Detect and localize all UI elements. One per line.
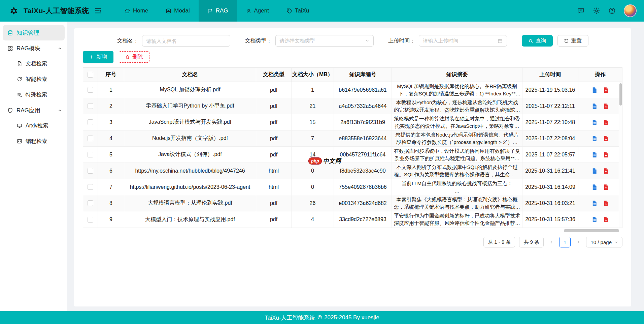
table-row[interactable]: 6 https://my.oschina.net/hubbledb/blog/4… — [83, 163, 622, 179]
row-checkbox[interactable] — [88, 152, 93, 157]
sidebar-item-doc-search[interactable]: 文档检索 — [0, 56, 67, 71]
sidebar-item-code-search[interactable]: 编程检索 — [0, 134, 67, 149]
table-actions: 新增 删除 — [83, 51, 622, 63]
table-row[interactable]: 1 MySQL 加锁处理分析.pdf pdf 1 b61479e056981a6… — [83, 82, 622, 98]
download-doc-icon[interactable] — [603, 168, 609, 174]
page-number-button[interactable]: 1 — [559, 237, 571, 247]
select-all-checkbox[interactable] — [88, 72, 93, 78]
cell-doc-type: html — [256, 163, 292, 179]
chevron-down-icon — [614, 240, 618, 244]
cell-doc-type: pdf — [256, 147, 292, 163]
sidebar-label: 文档检索 — [26, 60, 47, 67]
user-avatar[interactable] — [624, 4, 637, 17]
download-doc-icon[interactable] — [603, 136, 609, 142]
row-checkbox[interactable] — [88, 168, 93, 174]
add-button[interactable]: 新增 — [83, 51, 113, 63]
cell-operations — [578, 163, 622, 179]
cell-doc-size: 14 — [292, 147, 334, 163]
row-checkbox[interactable] — [88, 119, 93, 125]
download-doc-icon[interactable] — [603, 152, 609, 158]
download-doc-icon[interactable] — [603, 87, 609, 93]
vertical-scrollbar[interactable] — [619, 82, 622, 228]
sidebar-item-smart-search[interactable]: 智能检索 — [0, 71, 67, 87]
main-content: 文档名： 文档类型： 请选择文档类型 上传时间： 请输入上传时间 — [67, 22, 644, 311]
sidebar-item-special-search[interactable]: 特殊检索 — [0, 87, 67, 102]
page-size-value: 10 / page — [590, 239, 612, 245]
download-doc-icon[interactable] — [603, 119, 609, 125]
sidebar: 知识管理 RAG模块 文档检索 智能检索 特殊检索 RAG应用 Arxiv检索 — [0, 22, 67, 311]
download-doc-icon[interactable] — [603, 216, 609, 223]
row-checkbox[interactable] — [88, 136, 93, 141]
settings-gear-icon[interactable] — [593, 7, 600, 14]
menu-collapse-icon[interactable] — [94, 7, 102, 14]
row-checkbox[interactable] — [88, 87, 93, 93]
nav-label: Modal — [174, 7, 190, 14]
delete-button[interactable]: 删除 — [119, 51, 149, 63]
row-checkbox[interactable] — [88, 200, 93, 206]
table-row[interactable]: 8 大规模语言模型：从理论到实践.pdf pdf 26 e0013473a624… — [83, 195, 622, 211]
help-icon[interactable] — [608, 7, 616, 14]
view-doc-icon[interactable] — [591, 87, 598, 93]
table-row[interactable]: 9 大模型入门：技术原理与实战应用.pdf pdf 4 33cd9d2c727e… — [83, 211, 622, 228]
horizontal-scrollbar-thumb[interactable] — [564, 229, 619, 232]
cell-summary: 本文深入剖析了分布式数据库中SQL的解析及执行全过程。SQL作为关系型数据库的核… — [394, 164, 520, 178]
sidebar-label: 编程检索 — [26, 138, 47, 145]
doc-name-input[interactable] — [142, 35, 230, 47]
row-checkbox[interactable] — [88, 217, 93, 223]
cell-doc-size: 21 — [292, 98, 334, 114]
row-checkbox-cell — [83, 163, 98, 179]
view-doc-icon[interactable] — [591, 103, 598, 109]
reset-button-label: 重置 — [571, 37, 582, 45]
row-checkbox[interactable] — [88, 184, 93, 190]
table-row[interactable]: 2 零基础入门学习Python by 小甲鱼.pdf pdf 21 a4a057… — [83, 98, 622, 114]
prev-page-button[interactable] — [548, 240, 555, 244]
reset-button[interactable]: 重置 — [557, 35, 588, 47]
search-button[interactable]: 查询 — [522, 35, 553, 47]
nav-item-agent[interactable]: Agent — [237, 0, 278, 22]
upload-time-input[interactable]: 请输入上传时间 — [419, 35, 507, 47]
cell-doc-name: https://lilianweng.github.io/posts/2023-… — [124, 179, 256, 195]
table-row[interactable]: 3 JavaScript设计模式与开发实践.pdf pdf 15 2a6f13b… — [83, 114, 622, 130]
nav-label: Agent — [254, 7, 269, 14]
header-upload-time: 上传时间 — [522, 68, 578, 82]
sidebar-group-rag-app[interactable]: RAG应用 — [0, 102, 67, 118]
view-doc-icon[interactable] — [591, 119, 598, 125]
doc-type-select[interactable]: 请选择文档类型 — [275, 35, 374, 47]
download-doc-icon[interactable] — [603, 184, 609, 190]
cell-kb-id: a4a057332a5a4644 — [334, 98, 392, 114]
row-checkbox[interactable] — [88, 103, 93, 109]
cell-upload-time: 2025-11-07 22:08:04 — [522, 130, 578, 146]
nav-item-taixu[interactable]: TaiXu — [278, 0, 318, 22]
sidebar-item-knowledge-management[interactable]: 知识管理 — [3, 25, 65, 40]
download-doc-icon[interactable] — [603, 200, 609, 206]
message-icon[interactable] — [577, 7, 585, 14]
table-row[interactable]: 7 https://lilianweng.github.io/posts/202… — [83, 179, 622, 195]
cell-doc-name: 大规模语言模型：从理论到实践.pdf — [124, 195, 256, 211]
view-doc-icon[interactable] — [591, 184, 598, 190]
footer: TaiXu-人工智能系统 © 2025-2045 By xuesjie — [0, 311, 644, 324]
vertical-scrollbar-thumb[interactable] — [619, 83, 622, 106]
view-doc-icon[interactable] — [591, 152, 598, 158]
cell-doc-size: 7 — [292, 130, 334, 146]
header-operations: 操作 — [578, 68, 622, 82]
table-row[interactable]: 5 Java设计模式（刘伟）.pdf pdf 14 00b45727911f1c… — [83, 147, 622, 163]
brand: TaiXu-人工智能系统 — [7, 4, 92, 17]
view-doc-icon[interactable] — [591, 136, 598, 142]
nav-item-modal[interactable]: Modal — [157, 0, 198, 22]
cell-operations — [578, 98, 622, 114]
sidebar-item-arxiv-search[interactable]: Arxiv检索 — [0, 118, 67, 134]
next-page-button[interactable] — [575, 240, 582, 244]
sidebar-group-rag-module[interactable]: RAG模块 — [0, 40, 67, 56]
view-doc-icon[interactable] — [591, 216, 598, 223]
table-row[interactable]: 4 Node.js开发指南（文字版）.pdf pdf 7 e883558e169… — [83, 130, 622, 147]
footer-brand: TaiXu-人工智能系统 — [265, 314, 315, 322]
view-doc-icon[interactable] — [591, 200, 598, 206]
view-doc-icon[interactable] — [591, 168, 598, 174]
page-size-select[interactable]: 10 / page — [586, 237, 622, 247]
cell-index: 4 — [98, 130, 124, 146]
nav-item-rag[interactable]: RAG — [199, 0, 237, 22]
nav-item-home[interactable]: Home — [116, 0, 157, 22]
download-doc-icon[interactable] — [603, 103, 609, 109]
cell-summary: 策略模式是一种将算法封装在独立对象中，通过组合和委托实现多态的设计模式。在Jav… — [394, 115, 520, 130]
upload-time-label: 上传时间： — [388, 37, 415, 45]
